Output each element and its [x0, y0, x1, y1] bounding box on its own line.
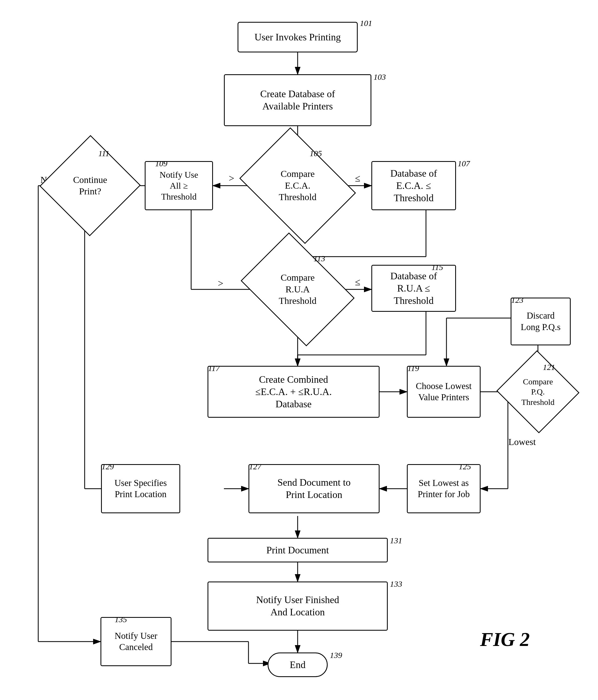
num-131: 131: [390, 536, 402, 545]
node-103: Create Database ofAvailable Printers: [224, 74, 371, 126]
node-133: Notify User FinishedAnd Location: [207, 581, 388, 631]
svg-text:≤: ≤: [355, 277, 360, 288]
node-119: Choose LowestValue Printers: [407, 366, 480, 418]
num-117: 117: [208, 364, 220, 373]
num-119: 119: [407, 364, 419, 373]
node-123: DiscardLong P.Q.s: [510, 298, 571, 345]
num-125: 125: [459, 462, 471, 471]
node-109: Notify UseAll ≥Threshold: [145, 161, 213, 210]
svg-text:>: >: [218, 278, 223, 289]
num-123: 123: [511, 295, 523, 305]
num-105: 105: [310, 149, 322, 158]
svg-text:≤: ≤: [355, 173, 360, 184]
num-121: 121: [543, 362, 555, 372]
node-113: CompareR.U.AThreshold: [251, 255, 344, 324]
node-131: Print Document: [207, 538, 388, 562]
num-101: 101: [360, 19, 372, 28]
node-101: User Invokes Printing: [238, 22, 358, 52]
num-127: 127: [249, 462, 261, 471]
node-111: ContinuePrint?: [55, 150, 126, 222]
num-111: 111: [98, 149, 109, 158]
svg-text:>: >: [229, 173, 234, 184]
node-105: CompareE.C.A.Threshold: [251, 150, 344, 222]
flowchart-diagram: > ≤ > ≤ Lowes: [0, 0, 598, 700]
num-133: 133: [390, 579, 402, 589]
num-109: 109: [155, 159, 167, 168]
num-113: 113: [314, 254, 325, 263]
num-135: 135: [115, 615, 127, 624]
num-139: 139: [330, 651, 342, 660]
node-139: End: [268, 652, 328, 677]
num-115: 115: [431, 262, 443, 272]
node-107: Database ofE.C.A. ≤Threshold: [371, 161, 456, 210]
node-117: Create Combined≤E.C.A. + ≤R.U.A.Database: [207, 366, 379, 418]
node-125: Set Lowest asPrinter for Job: [407, 464, 480, 513]
num-107: 107: [458, 159, 470, 168]
node-115: Database ofR.U.A ≤Threshold: [371, 265, 456, 312]
num-129: 129: [102, 462, 114, 471]
num-103: 103: [374, 72, 386, 82]
node-121: CompareP.Q.Threshold: [508, 363, 568, 420]
node-127: Send Document toPrint Location: [248, 464, 379, 513]
node-135: Notify UserCanceled: [100, 617, 172, 666]
node-129: User SpecifiesPrint Location: [101, 464, 180, 513]
svg-text:Lowest: Lowest: [508, 437, 536, 447]
figure-label: FIG 2: [480, 628, 530, 651]
